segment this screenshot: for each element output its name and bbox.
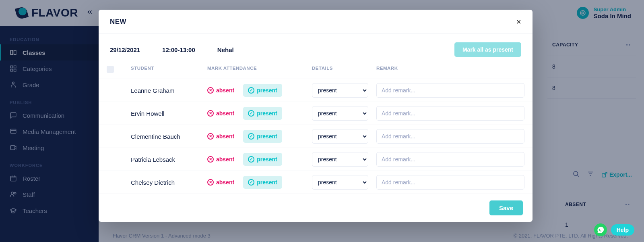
remark-input[interactable] <box>376 106 524 121</box>
student-row: Ervin Howell✕absent✓presentpresentabsent <box>99 102 533 125</box>
col-remark: REMARK <box>376 66 524 74</box>
student-row: Leanne Graham✕absent✓presentpresentabsen… <box>99 79 533 102</box>
remark-input[interactable] <box>376 83 524 98</box>
modal-table-head: STUDENT MARK ATTENDANCE DETAILS REMARK <box>99 61 533 79</box>
x-circle-icon: ✕ <box>207 87 214 94</box>
mark-absent-button[interactable]: ✕absent <box>207 133 234 140</box>
check-circle-icon: ✓ <box>248 133 254 140</box>
student-row: Clementine Bauch✕absent✓presentpresentab… <box>99 125 533 148</box>
student-name: Patricia Lebsack <box>131 156 207 163</box>
col-details: DETAILS <box>312 66 376 74</box>
remark-input[interactable] <box>376 175 524 190</box>
x-circle-icon: ✕ <box>207 110 214 117</box>
details-select[interactable]: presentabsent <box>312 175 368 190</box>
student-row: Patricia Lebsack✕absent✓presentpresentab… <box>99 148 533 171</box>
remark-input[interactable] <box>376 152 524 167</box>
session-date: 29/12/2021 <box>110 46 140 53</box>
details-select[interactable]: presentabsent <box>312 106 368 121</box>
student-name: Ervin Howell <box>131 110 207 117</box>
details-select[interactable]: presentabsent <box>312 83 368 98</box>
help-button[interactable]: Help <box>611 224 634 236</box>
whatsapp-icon[interactable] <box>594 223 607 236</box>
check-circle-icon: ✓ <box>248 87 254 94</box>
session-teacher: Nehal <box>217 46 234 53</box>
floating-widgets: Help <box>594 223 634 236</box>
mark-present-button[interactable]: ✓present <box>243 176 282 189</box>
x-circle-icon: ✕ <box>207 156 214 163</box>
close-icon[interactable]: ✕ <box>516 18 521 26</box>
mark-absent-button[interactable]: ✕absent <box>207 87 234 94</box>
mark-all-present-button[interactable]: Mark all as present <box>454 42 521 57</box>
save-button[interactable]: Save <box>489 200 523 215</box>
details-select[interactable]: presentabsent <box>312 152 368 167</box>
mark-absent-button[interactable]: ✕absent <box>207 110 234 117</box>
remark-input[interactable] <box>376 129 524 144</box>
modal-title: NEW <box>110 18 126 26</box>
col-student: STUDENT <box>131 66 207 74</box>
mark-absent-button[interactable]: ✕absent <box>207 156 234 163</box>
mark-present-button[interactable]: ✓present <box>243 84 282 97</box>
details-select[interactable]: presentabsent <box>312 129 368 144</box>
check-circle-icon: ✓ <box>248 110 254 117</box>
mark-present-button[interactable]: ✓present <box>243 107 282 120</box>
check-circle-icon: ✓ <box>248 156 254 163</box>
student-name: Clementine Bauch <box>131 133 207 140</box>
col-mark: MARK ATTENDANCE <box>207 66 312 74</box>
x-circle-icon: ✕ <box>207 133 214 140</box>
check-circle-icon: ✓ <box>248 179 254 186</box>
select-all-checkbox[interactable] <box>107 66 114 73</box>
student-name: Chelsey Dietrich <box>131 179 207 186</box>
mark-absent-button[interactable]: ✕absent <box>207 179 234 186</box>
session-time: 12:00-13:00 <box>162 46 195 53</box>
mark-present-button[interactable]: ✓present <box>243 153 282 166</box>
attendance-modal: NEW ✕ 29/12/2021 12:00-13:00 Nehal Mark … <box>99 10 533 222</box>
student-row: Chelsey Dietrich✕absent✓presentpresentab… <box>99 171 533 194</box>
x-circle-icon: ✕ <box>207 179 214 186</box>
student-name: Leanne Graham <box>131 87 207 94</box>
mark-present-button[interactable]: ✓present <box>243 130 282 143</box>
